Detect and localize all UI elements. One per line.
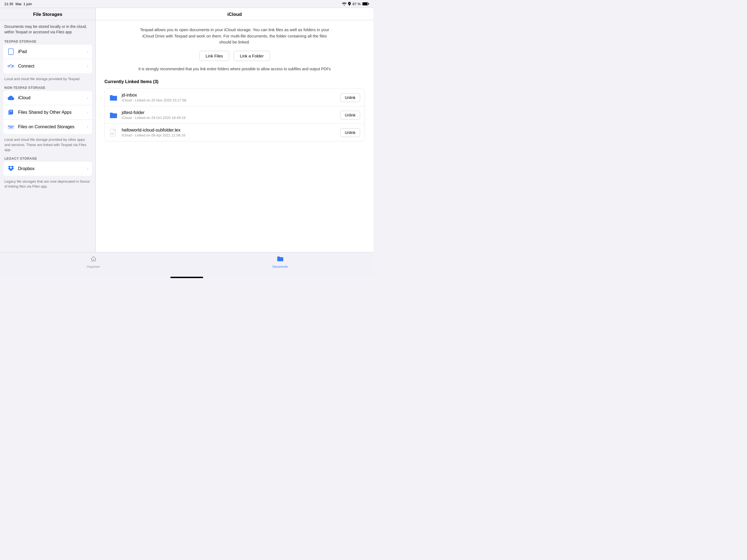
sidebar-title: File Storages: [4, 12, 91, 17]
tab-organiser-label: Organiser: [87, 265, 100, 268]
texpad-storage-group: iPad › Connect ›: [3, 45, 92, 73]
button-row: Link Files Link a Folder: [104, 51, 365, 61]
svg-rect-2: [368, 3, 369, 5]
date: Mar. 1 juin: [16, 2, 32, 6]
section-label-texpad: TEXPAD STORAGE: [0, 38, 96, 45]
linked-item-info-1: jd-inbox iCloud - Linked on 20 Nov 2020 …: [122, 93, 340, 102]
unlink-button-2[interactable]: Unlink: [340, 111, 360, 120]
sidebar-header: File Storages: [0, 8, 96, 20]
legacy-storage-group: Dropbox ›: [3, 161, 92, 176]
sidebar-item-ipad[interactable]: iPad ›: [3, 45, 92, 59]
status-bar: 21:35 Mar. 1 juin 87 %: [0, 0, 374, 8]
sidebar-item-files-shared-label: Files Shared by Other Apps: [18, 110, 87, 115]
connect-icon: [7, 62, 15, 70]
chevron-icon: ›: [87, 49, 88, 54]
linked-item-name-1: jd-inbox: [122, 93, 340, 98]
link-files-button[interactable]: Link Files: [199, 51, 229, 61]
app-container: File Storages Documents may be stored lo…: [0, 8, 374, 252]
linked-item-jdtest-folder: jdtest-folder iCloud - Linked on 29 Oct …: [105, 106, 364, 124]
linked-item-info-2: jdtest-folder iCloud - Linked on 29 Oct …: [122, 110, 340, 120]
non-texpad-storage-note: Local and cloud file storage provided by…: [0, 136, 96, 155]
sidebar-item-files-connected[interactable]: Files on Connected Storages ›: [3, 120, 92, 134]
tab-organiser[interactable]: Organiser: [0, 255, 187, 269]
section-label-non-texpad: NON-TEXPAD STORAGE: [0, 84, 96, 91]
sidebar: File Storages Documents may be stored lo…: [0, 8, 96, 252]
sidebar-item-dropbox-label: Dropbox: [18, 166, 87, 171]
tab-documents-label: Documents: [273, 265, 288, 268]
chevron-icon-3: ›: [87, 96, 88, 100]
link-folder-button[interactable]: Link a Folder: [233, 51, 270, 61]
sidebar-item-files-connected-label: Files on Connected Storages: [18, 124, 87, 129]
svg-rect-11: [10, 110, 12, 111]
linked-item-info-3: helloworld-icloud-subfolder.tex iCloud -…: [122, 128, 340, 137]
svg-point-15: [9, 126, 10, 126]
status-bar-left: 21:35 Mar. 1 juin: [4, 2, 32, 6]
linked-item-name-2: jdtest-folder: [122, 110, 340, 115]
sidebar-item-connect[interactable]: Connect ›: [3, 59, 92, 73]
svg-point-4: [11, 54, 11, 54]
main-header: iCloud: [96, 8, 374, 20]
unlink-button-3[interactable]: Unlink: [340, 128, 360, 137]
chevron-icon-5: ›: [87, 124, 88, 129]
location-icon: [348, 2, 351, 6]
icloud-description: Texpad allows you to open documents in y…: [139, 27, 330, 45]
linked-item-meta-2: iCloud - Linked on 29 Oct 2020 18:49:19: [122, 116, 340, 120]
tex-file-icon: TEX: [109, 128, 118, 137]
tab-documents[interactable]: Documents: [187, 255, 374, 269]
linked-item-meta-1: iCloud - Linked on 20 Nov 2020 15:17:58: [122, 98, 340, 102]
linked-items-header: Currently Linked Items (3): [104, 79, 365, 84]
chevron-icon-6: ›: [87, 166, 88, 171]
battery: 87 %: [353, 2, 361, 6]
svg-rect-12: [10, 111, 12, 112]
svg-text:TEX: TEX: [111, 133, 114, 134]
icloud-icon: [7, 94, 15, 102]
battery-icon: [362, 2, 369, 5]
folder-icon-1: [109, 93, 118, 102]
sidebar-item-connect-label: Connect: [18, 64, 87, 69]
sidebar-intro: Documents may be stored locally or in th…: [0, 20, 96, 38]
wifi-icon: [342, 2, 346, 5]
linked-item-jd-inbox: jd-inbox iCloud - Linked on 20 Nov 2020 …: [105, 89, 364, 106]
main-body: Texpad allows you to open documents in y…: [96, 20, 374, 252]
recommendation-text: It is strongly recommended that you link…: [104, 67, 365, 72]
main-content: iCloud Texpad allows you to open documen…: [96, 8, 374, 252]
linked-item-name-3: helloworld-icloud-subfolder.tex: [122, 128, 340, 133]
linked-item-helloworld: TEX helloworld-icloud-subfolder.tex iClo…: [105, 124, 364, 141]
home-indicator: [0, 275, 374, 280]
status-bar-right: 87 %: [342, 2, 369, 6]
legacy-storage-note: Legacy file storages that are now deprec…: [0, 177, 96, 192]
dropbox-icon: [7, 165, 15, 173]
non-texpad-storage-group: iCloud › Files Shared by Other Apps ›: [3, 91, 92, 134]
main-title: iCloud: [100, 12, 369, 17]
home-icon: [90, 256, 97, 264]
svg-point-14: [9, 126, 9, 126]
folder-icon-2: [109, 111, 118, 120]
sidebar-item-icloud-label: iCloud: [18, 96, 87, 100]
svg-rect-10: [9, 110, 13, 114]
section-label-legacy: LEGACY STORAGE: [0, 155, 96, 161]
home-indicator-bar: [170, 277, 203, 278]
ipad-icon: [7, 48, 15, 55]
files-shared-icon: [7, 108, 15, 116]
texpad-storage-note: Local and cloud file storage provided by…: [0, 75, 96, 84]
documents-icon: [277, 256, 284, 264]
time: 21:35: [4, 2, 14, 6]
svg-rect-1: [363, 3, 368, 5]
linked-items-list: jd-inbox iCloud - Linked on 20 Nov 2020 …: [104, 88, 365, 142]
unlink-button-1[interactable]: Unlink: [340, 93, 360, 102]
files-connected-icon: [7, 123, 15, 131]
sidebar-item-dropbox[interactable]: Dropbox ›: [3, 161, 92, 176]
sidebar-item-files-shared[interactable]: Files Shared by Other Apps ›: [3, 105, 92, 120]
chevron-icon-2: ›: [87, 64, 88, 69]
sidebar-item-icloud[interactable]: iCloud ›: [3, 91, 92, 105]
chevron-icon-4: ›: [87, 110, 88, 115]
linked-item-meta-3: iCloud - Linked on 09 Apr 2021 11:08:16: [122, 133, 340, 137]
tab-bar: Organiser Documents: [0, 252, 374, 275]
sidebar-item-ipad-label: iPad: [18, 49, 87, 54]
